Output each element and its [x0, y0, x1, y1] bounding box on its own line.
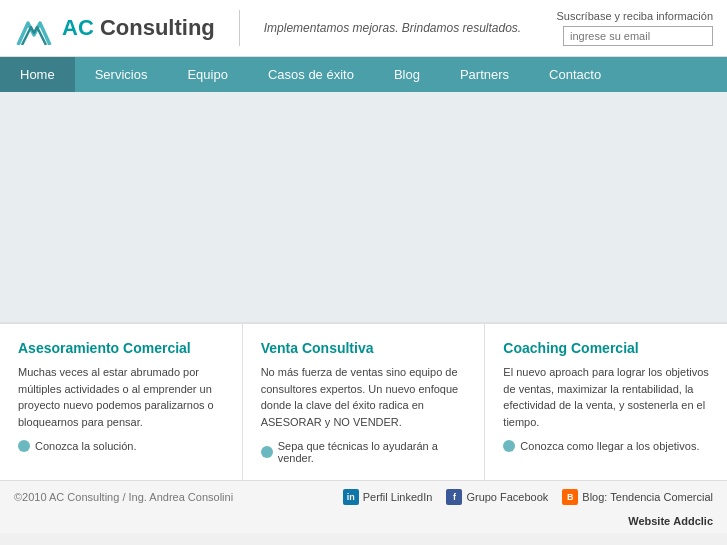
- nav-item-blog[interactable]: Blog: [374, 57, 440, 92]
- feature-asesoramiento-desc: Muchas veces al estar abrumado por múlti…: [18, 364, 224, 430]
- blog-icon: B: [562, 489, 578, 505]
- feature-venta-link-text: Sepa que técnicas lo ayudarán a vender.: [278, 440, 467, 464]
- feature-asesoramiento-link-text: Conozca la solución.: [35, 440, 137, 452]
- bullet-icon-2: [261, 446, 273, 458]
- feature-asesoramiento-link[interactable]: Conozca la solución.: [18, 440, 224, 452]
- nav-item-casos[interactable]: Casos de éxito: [248, 57, 374, 92]
- main-nav: Home Servicios Equipo Casos de éxito Blo…: [0, 57, 727, 92]
- feature-coaching-link[interactable]: Conozca como llegar a los objetivos.: [503, 440, 709, 452]
- footer-copyright: ©2010 AC Consulting / Ing. Andrea Consol…: [14, 491, 233, 503]
- feature-venta-title: Venta Consultiva: [261, 340, 467, 356]
- linkedin-icon: in: [343, 489, 359, 505]
- nav-item-equipo[interactable]: Equipo: [167, 57, 247, 92]
- hero-banner: [0, 92, 727, 322]
- feature-coaching-desc: El nuevo aproach para lograr los objetiv…: [503, 364, 709, 430]
- bullet-icon-1: [18, 440, 30, 452]
- facebook-link[interactable]: f Grupo Facebook: [446, 489, 548, 505]
- feature-venta-link[interactable]: Sepa que técnicas lo ayudarán a vender.: [261, 440, 467, 464]
- facebook-label: Grupo Facebook: [466, 491, 548, 503]
- feature-coaching-title: Coaching Comercial: [503, 340, 709, 356]
- addclic-row: Website Addclic: [0, 513, 727, 533]
- addclic-brand[interactable]: Addclic: [673, 515, 713, 527]
- feature-venta: Venta Consultiva No más fuerza de ventas…: [243, 324, 486, 480]
- blog-link[interactable]: B Blog: Tendencia Comercial: [562, 489, 713, 505]
- subscribe-label: Suscríbase y reciba información: [556, 10, 713, 22]
- feature-venta-desc: No más fuerza de ventas sino equipo de c…: [261, 364, 467, 430]
- features-section: Asesoramiento Comercial Muchas veces al …: [0, 322, 727, 480]
- header: AC Consulting Implementamos mejoras. Bri…: [0, 0, 727, 57]
- logo-icon: [14, 11, 52, 45]
- linkedin-link[interactable]: in Perfil LinkedIn: [343, 489, 433, 505]
- subscribe-area: Suscríbase y reciba información: [556, 10, 713, 46]
- feature-asesoramiento: Asesoramiento Comercial Muchas veces al …: [0, 324, 243, 480]
- nav-item-servicios[interactable]: Servicios: [75, 57, 168, 92]
- linkedin-label: Perfil LinkedIn: [363, 491, 433, 503]
- logo-ac: AC: [62, 15, 94, 40]
- nav-item-home[interactable]: Home: [0, 57, 75, 92]
- logo-consulting: Consulting: [94, 15, 215, 40]
- nav-item-partners[interactable]: Partners: [440, 57, 529, 92]
- footer: ©2010 AC Consulting / Ing. Andrea Consol…: [0, 480, 727, 513]
- feature-coaching-link-text: Conozca como llegar a los objetivos.: [520, 440, 699, 452]
- website-prefix: Website: [628, 515, 670, 527]
- logo-area: AC Consulting Implementamos mejoras. Bri…: [14, 10, 521, 46]
- footer-links: in Perfil LinkedIn f Grupo Facebook B Bl…: [343, 489, 713, 505]
- tagline: Implementamos mejoras. Brindamos resulta…: [264, 21, 521, 35]
- header-divider: [239, 10, 240, 46]
- logo-wordmark: AC Consulting: [62, 15, 215, 41]
- blog-label: Blog: Tendencia Comercial: [582, 491, 713, 503]
- facebook-icon: f: [446, 489, 462, 505]
- email-input[interactable]: [563, 26, 713, 46]
- nav-item-contacto[interactable]: Contacto: [529, 57, 621, 92]
- feature-coaching: Coaching Comercial El nuevo aproach para…: [485, 324, 727, 480]
- feature-asesoramiento-title: Asesoramiento Comercial: [18, 340, 224, 356]
- bullet-icon-3: [503, 440, 515, 452]
